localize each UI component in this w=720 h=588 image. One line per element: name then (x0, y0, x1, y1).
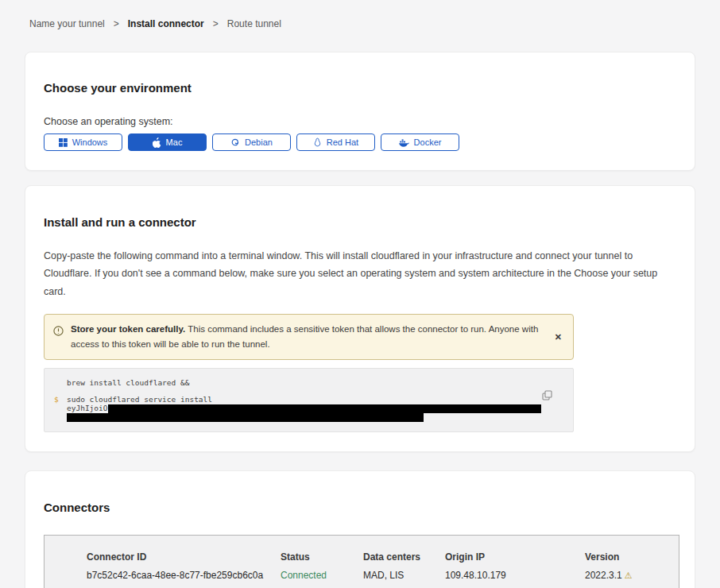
os-button-group: Windows Mac Debian R (44, 133, 676, 151)
connectors-title: Connectors (44, 501, 676, 514)
data-centers-value: MAD, LIS (363, 570, 445, 581)
os-button-label: Red Hat (327, 137, 358, 147)
breadcrumb-separator: > (114, 18, 119, 29)
os-button-mac[interactable]: Mac (128, 133, 207, 151)
token-warning-banner: Store your token carefully. This command… (44, 314, 574, 360)
os-select-label: Choose an operating system: (44, 116, 676, 127)
status-badge: Connected (281, 570, 363, 581)
col-header-origin-ip: Origin IP (445, 551, 585, 563)
os-button-label: Windows (72, 137, 108, 147)
install-command-code-block: brew install cloudflared && $ sudo cloud… (44, 368, 574, 432)
alert-circle-icon (53, 326, 64, 341)
install-description: Copy-paste the following command into a … (44, 247, 676, 301)
os-button-redhat[interactable]: Red Hat (296, 133, 375, 151)
breadcrumb: Name your tunnel > Install connector > R… (0, 0, 720, 29)
shell-prompt: $ (54, 396, 67, 404)
redacted-token-bar (108, 404, 541, 413)
token-warning-text: Store your token carefully. This command… (71, 322, 546, 352)
col-header-data-centers: Data centers (363, 551, 445, 563)
col-header-status: Status (281, 551, 363, 563)
choose-environment-title: Choose your environment (44, 81, 676, 95)
install-connector-title: Install and run a connector (44, 215, 676, 229)
os-button-label: Mac (166, 137, 183, 147)
os-button-windows[interactable]: Windows (44, 133, 122, 151)
os-button-label: Debian (245, 137, 273, 147)
connector-id-value: b7c52c42-6caa-48ee-8c77-fbe259cb6c0a (87, 570, 281, 581)
code-prompt-row: $ sudo cloudflared service install (54, 396, 562, 404)
install-connector-card: Install and run a connector Copy-paste t… (25, 185, 695, 452)
code-line-brew: brew install cloudflared && (54, 379, 562, 388)
breadcrumb-route-tunnel[interactable]: Route tunnel (227, 18, 281, 29)
docker-icon (399, 138, 409, 147)
os-button-docker[interactable]: Docker (381, 133, 459, 151)
breadcrumb-install-connector[interactable]: Install connector (128, 18, 204, 29)
col-header-version: Version (585, 551, 679, 563)
breadcrumb-separator: > (213, 18, 219, 29)
os-button-debian[interactable]: Debian (212, 133, 291, 151)
apple-icon (153, 137, 161, 148)
breadcrumb-name-your-tunnel[interactable]: Name your tunnel (29, 18, 105, 29)
token-prefix: eyJhIjoiO (67, 404, 107, 412)
code-line-token: eyJhIjoiO (54, 404, 562, 413)
redhat-icon (313, 137, 322, 147)
connectors-table-header-row: Connector ID Status Data centers Origin … (45, 551, 679, 563)
redacted-token-bar (67, 413, 424, 422)
connectors-table: Connector ID Status Data centers Origin … (44, 535, 679, 588)
os-button-label: Docker (414, 137, 442, 147)
table-row: b7c52c42-6caa-48ee-8c77-fbe259cb6c0a Con… (45, 570, 679, 581)
connectors-card: Connectors Connector ID Status Data cent… (25, 470, 695, 588)
code-line-token-2 (54, 413, 562, 422)
version-warning-icon: ⚠ (625, 571, 633, 580)
choose-environment-card: Choose your environment Choose an operat… (25, 52, 695, 171)
origin-ip-value: 109.48.10.179 (445, 570, 585, 581)
version-value: 2022.3.1⚠ (585, 570, 679, 581)
token-warning-title: Store your token carefully. (71, 324, 185, 334)
copy-icon[interactable] (542, 390, 552, 403)
debian-icon (230, 137, 240, 147)
close-icon[interactable]: ✕ (553, 332, 563, 342)
windows-icon (59, 138, 68, 147)
col-header-connector-id: Connector ID (87, 551, 281, 563)
